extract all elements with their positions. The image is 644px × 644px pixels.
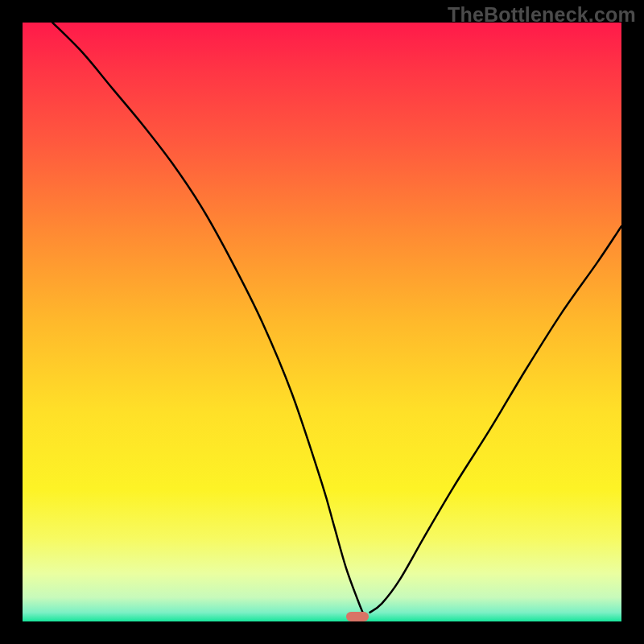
curve-svg [23, 23, 621, 621]
curve-right [370, 226, 621, 613]
chart-frame: TheBottleneck.com [0, 0, 644, 644]
watermark-text: TheBottleneck.com [448, 3, 636, 27]
minimum-marker [346, 612, 369, 621]
curve-left [52, 23, 362, 613]
plot-area [23, 23, 621, 621]
